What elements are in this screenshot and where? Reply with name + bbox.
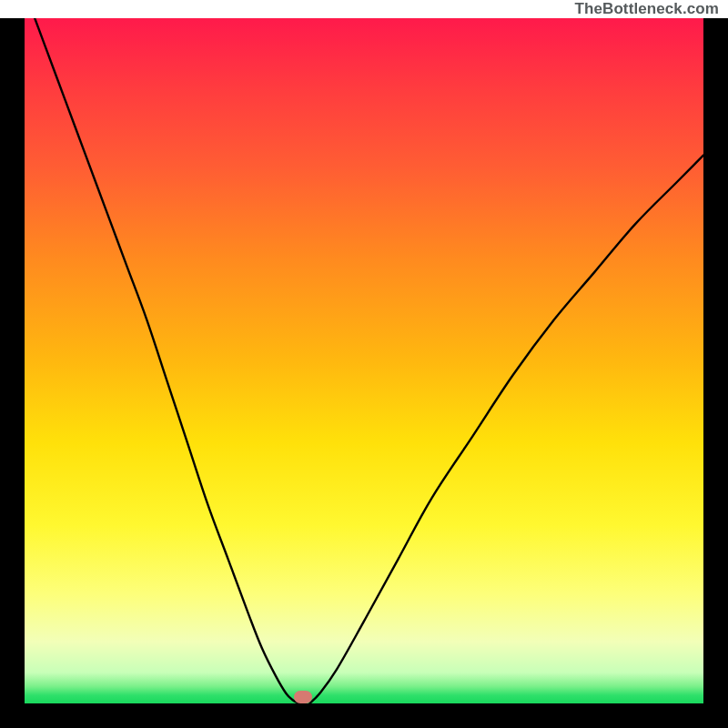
plot-border (0, 18, 728, 728)
chart-frame: TheBottleneck.com (0, 0, 728, 728)
bottleneck-curve (25, 18, 703, 703)
watermark-text: TheBottleneck.com (574, 0, 719, 18)
plot-area (25, 18, 703, 703)
optimal-point-marker (294, 691, 312, 703)
